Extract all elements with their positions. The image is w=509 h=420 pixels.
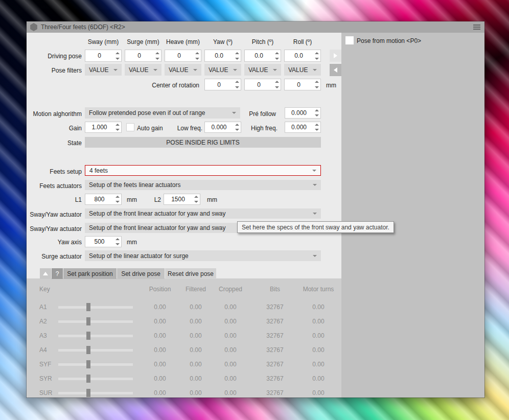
high-freq-input[interactable] bbox=[285, 122, 313, 132]
l2-spinner[interactable] bbox=[164, 194, 200, 205]
spin-up-icon[interactable] bbox=[113, 50, 121, 56]
spin-up-icon[interactable] bbox=[233, 79, 241, 85]
spin-up-icon[interactable] bbox=[273, 50, 281, 56]
spin-up-icon[interactable] bbox=[193, 50, 201, 56]
position-slider[interactable] bbox=[58, 389, 133, 397]
spin-up-icon[interactable] bbox=[313, 108, 320, 113]
surge-actuator-dropdown[interactable]: Setup of the linear actuator for surge bbox=[85, 250, 321, 261]
high-freq-spinner[interactable] bbox=[285, 122, 321, 133]
slider-thumb[interactable] bbox=[86, 346, 90, 354]
center-rotation-y-spinner[interactable] bbox=[244, 79, 281, 90]
position-slider[interactable] bbox=[58, 317, 133, 325]
feets-setup-dropdown[interactable]: 4 feets bbox=[85, 165, 321, 176]
center-rotation-y-input[interactable] bbox=[245, 79, 273, 90]
spin-down-icon[interactable] bbox=[273, 56, 281, 61]
driving-pose-yaw-input[interactable] bbox=[205, 50, 233, 61]
spin-up-icon[interactable] bbox=[313, 122, 320, 127]
set-drive-pose-button[interactable]: Set drive pose bbox=[117, 268, 165, 279]
driving-pose-heave-spinner[interactable] bbox=[165, 50, 201, 62]
feets-actuators-dropdown[interactable]: Setup of the feets linear actuators bbox=[85, 180, 321, 190]
driving-pose-roll-spinner[interactable] bbox=[284, 50, 321, 62]
pose-filter-yaw-dropdown[interactable]: VALUE bbox=[204, 64, 241, 76]
slider-thumb[interactable] bbox=[86, 375, 90, 383]
slider-thumb[interactable] bbox=[86, 303, 90, 311]
spin-down-icon[interactable] bbox=[113, 56, 121, 61]
set-park-position-button[interactable]: Set park position bbox=[63, 268, 117, 279]
pose-from-motion-checkbox[interactable] bbox=[345, 36, 354, 44]
pre-follow-input[interactable] bbox=[285, 108, 313, 118]
gain-input[interactable] bbox=[85, 122, 113, 132]
spin-up-icon[interactable] bbox=[113, 237, 121, 242]
spin-down-icon[interactable] bbox=[113, 242, 121, 247]
spin-up-icon[interactable] bbox=[313, 79, 320, 85]
driving-pose-surge-spinner[interactable] bbox=[125, 50, 161, 62]
spin-down-icon[interactable] bbox=[192, 199, 200, 204]
center-rotation-x-input[interactable] bbox=[205, 79, 233, 90]
cell-cropped: 0.00 bbox=[210, 346, 251, 354]
collapse-left-button[interactable] bbox=[330, 64, 341, 76]
slider-thumb[interactable] bbox=[86, 389, 90, 397]
spin-down-icon[interactable] bbox=[313, 127, 320, 132]
spin-down-icon[interactable] bbox=[233, 85, 241, 90]
spin-up-icon[interactable] bbox=[233, 50, 241, 56]
spin-down-icon[interactable] bbox=[193, 56, 201, 61]
l2-input[interactable] bbox=[164, 194, 192, 204]
center-rotation-z-input[interactable] bbox=[285, 79, 313, 90]
motion-algorithm-dropdown[interactable]: Follow pretended pose even if out of ran… bbox=[85, 107, 240, 119]
driving-pose-heave-input[interactable] bbox=[165, 50, 193, 61]
gain-spinner[interactable] bbox=[85, 122, 122, 133]
play-left-icon bbox=[334, 67, 337, 73]
driving-pose-sway-spinner[interactable] bbox=[85, 50, 122, 62]
pose-filter-heave-dropdown[interactable]: VALUE bbox=[165, 64, 201, 76]
cell-cropped: 0.00 bbox=[210, 361, 251, 368]
pre-follow-spinner[interactable] bbox=[285, 107, 321, 119]
right-panel bbox=[341, 33, 484, 398]
driving-pose-roll-input[interactable] bbox=[285, 50, 313, 61]
l2-unit: mm bbox=[207, 196, 217, 203]
position-slider[interactable] bbox=[58, 375, 133, 383]
driving-pose-pitch-input[interactable] bbox=[245, 50, 273, 61]
pose-filter-sway-dropdown[interactable]: VALUE bbox=[85, 64, 122, 76]
collapse-section-button[interactable] bbox=[40, 268, 51, 279]
center-rotation-z-spinner[interactable] bbox=[284, 79, 321, 90]
yaw-axis-spinner[interactable] bbox=[85, 236, 122, 247]
spin-down-icon[interactable] bbox=[153, 56, 161, 61]
hamburger-menu-icon[interactable] bbox=[473, 25, 480, 30]
driving-pose-sway-input[interactable] bbox=[85, 50, 113, 61]
spin-up-icon[interactable] bbox=[273, 79, 281, 85]
auto-gain-checkbox[interactable] bbox=[126, 123, 134, 131]
reset-drive-pose-button[interactable]: Reset drive pose bbox=[165, 268, 216, 279]
expand-right-button[interactable] bbox=[330, 50, 341, 62]
spin-down-icon[interactable] bbox=[313, 85, 320, 90]
help-button[interactable]: ? bbox=[52, 268, 63, 279]
slider-thumb[interactable] bbox=[86, 360, 90, 368]
spin-down-icon[interactable] bbox=[113, 127, 121, 132]
center-rotation-x-spinner[interactable] bbox=[204, 79, 241, 90]
position-slider[interactable] bbox=[58, 303, 133, 311]
driving-pose-yaw-spinner[interactable] bbox=[204, 50, 241, 62]
pose-filter-roll-dropdown[interactable]: VALUE bbox=[284, 64, 321, 76]
spin-up-icon[interactable] bbox=[192, 194, 200, 199]
arrow-up-icon bbox=[43, 272, 48, 275]
spin-down-icon[interactable] bbox=[313, 113, 320, 118]
driving-pose-surge-input[interactable] bbox=[125, 50, 153, 61]
position-slider[interactable] bbox=[58, 332, 133, 340]
yaw-axis-input[interactable] bbox=[85, 237, 113, 247]
position-slider[interactable] bbox=[58, 346, 133, 354]
spin-down-icon[interactable] bbox=[233, 56, 241, 61]
pose-filter-surge-dropdown[interactable]: VALUE bbox=[125, 64, 161, 76]
spin-down-icon[interactable] bbox=[313, 56, 320, 61]
pose-filter-pitch-dropdown[interactable]: VALUE bbox=[244, 64, 281, 76]
l1-input[interactable] bbox=[85, 194, 113, 204]
position-slider[interactable] bbox=[58, 360, 133, 368]
slider-thumb[interactable] bbox=[86, 317, 90, 325]
spin-up-icon[interactable] bbox=[113, 122, 121, 127]
driving-pose-pitch-spinner[interactable] bbox=[244, 50, 281, 62]
spin-up-icon[interactable] bbox=[313, 50, 320, 56]
slider-thumb[interactable] bbox=[86, 332, 90, 340]
spin-down-icon[interactable] bbox=[273, 85, 281, 90]
sway-yaw-actuator-front-dropdown[interactable]: Setup of the front linear actuator for y… bbox=[85, 208, 321, 219]
cell-cropped: 0.00 bbox=[210, 375, 251, 382]
spin-up-icon[interactable] bbox=[153, 50, 161, 56]
title-bar[interactable]: Three/Four feets (6DOF) <R2> bbox=[27, 21, 484, 33]
